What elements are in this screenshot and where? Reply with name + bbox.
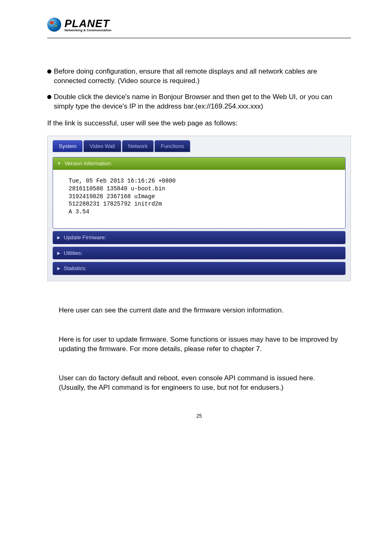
explain-section: Here user can see the current date and t…	[47, 306, 351, 393]
bullet-icon	[47, 95, 51, 99]
version-line: 512288231 17825792 initrd2m	[69, 201, 162, 207]
document-page: PLANET Networking & Communication Before…	[0, 0, 392, 435]
version-line: Tue, 05 Feb 2013 16:16:26 +0800	[69, 178, 175, 184]
chevron-right-icon: ▶	[57, 250, 60, 256]
header-divider	[47, 38, 351, 38]
chevron-down-icon: ▼	[57, 161, 61, 166]
globe-icon	[47, 18, 61, 32]
accordion-utilities: ▶ Utilities:	[53, 247, 346, 260]
logo-subtitle: Networking & Communication	[65, 28, 111, 32]
accordion-update-firmware: ▶ Update Firmware:	[53, 231, 346, 244]
section-utilities-text-a: User can do factory default and reboot, …	[59, 374, 351, 383]
version-info-body: Tue, 05 Feb 2013 16:16:26 +0800 28161105…	[53, 170, 345, 228]
chevron-right-icon: ▶	[57, 235, 60, 240]
tab-system[interactable]: System	[53, 140, 83, 153]
accordion-version: ▼ Version Information: Tue, 05 Feb 2013 …	[53, 157, 346, 229]
accordion-header-utilities[interactable]: ▶ Utilities:	[53, 247, 345, 259]
bullet-icon	[47, 69, 51, 74]
accordion-header-version[interactable]: ▼ Version Information:	[53, 157, 345, 170]
bullet-2-text: Double click the device's name in Bonjou…	[54, 93, 332, 110]
webui-screenshot: System Video Wall Network Functions ▼ Ve…	[47, 136, 351, 281]
tab-bar: System Video Wall Network Functions	[53, 140, 346, 153]
tab-video-wall[interactable]: Video Wall	[83, 140, 121, 153]
accordion-header-update[interactable]: ▶ Update Firmware:	[53, 231, 345, 244]
brand-logo: PLANET Networking & Communication	[47, 17, 351, 32]
section-version-info-text: Here user can see the current date and t…	[59, 306, 351, 315]
bullet-1-text: Before doing configuration, ensure that …	[54, 67, 317, 85]
chevron-right-icon: ▶	[57, 266, 60, 271]
link-success-text: If the link is successful, user will see…	[47, 119, 351, 128]
accordion-header-statistics[interactable]: ▶ Statistics:	[53, 262, 345, 275]
utilities-label: Utilities:	[64, 250, 83, 257]
page-number: 25	[47, 413, 351, 419]
tab-network[interactable]: Network	[122, 140, 154, 153]
update-firmware-label: Update Firmware:	[64, 234, 106, 241]
version-line: A 3.54	[69, 208, 89, 215]
bullet-item: Double click the device's name in Bonjou…	[47, 92, 351, 111]
statistics-label: Statistics:	[64, 265, 87, 272]
accordion-statistics: ▶ Statistics:	[53, 262, 346, 275]
version-line: 3192419828 2367168 uImage	[69, 193, 155, 200]
bullet-item: Before doing configuration, ensure that …	[47, 67, 351, 86]
version-info-label: Version Information:	[65, 160, 112, 167]
section-update-firmware-text: Here is for user to update firmware. Som…	[59, 335, 351, 354]
section-utilities-text-b: (Usually, the API command is for enginee…	[59, 383, 351, 393]
version-line: 2816110580 135840 u-boot.bin	[69, 185, 165, 192]
tab-functions[interactable]: Functions	[154, 140, 190, 153]
body-text: Before doing configuration, ensure that …	[47, 67, 351, 393]
